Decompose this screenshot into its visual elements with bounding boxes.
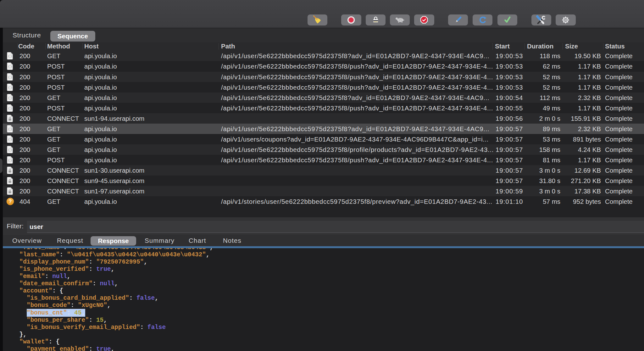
- svg-text:{}: {}: [8, 65, 12, 69]
- svg-text:{}: {}: [8, 107, 12, 110]
- svg-text:{}: {}: [8, 148, 12, 152]
- svg-text:{}: {}: [8, 138, 12, 142]
- svg-text:{}: {}: [8, 86, 12, 90]
- svg-text:{}: {}: [8, 75, 12, 79]
- svg-text:{}: {}: [8, 159, 12, 162]
- svg-text:{}: {}: [8, 127, 12, 131]
- svg-text:{}: {}: [8, 54, 12, 58]
- svg-text:?: ?: [8, 199, 12, 204]
- svg-text:{}: {}: [8, 96, 12, 100]
